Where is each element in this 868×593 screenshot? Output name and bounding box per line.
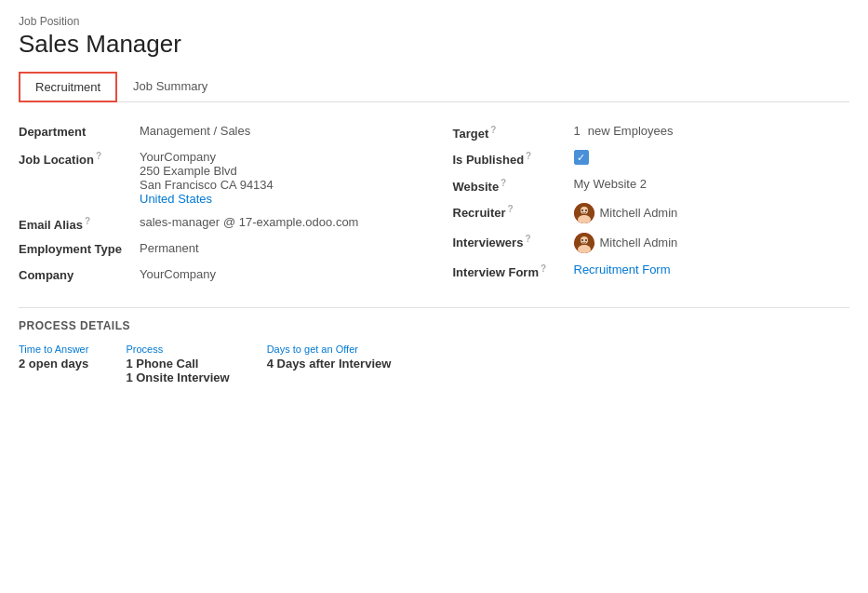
department-label: Department <box>19 124 140 139</box>
process-section: PROCESS DETAILS Time to Answer 2 open da… <box>19 319 849 384</box>
time-to-answer-item: Time to Answer 2 open days <box>19 344 88 384</box>
tab-recruitment[interactable]: Recruitment <box>19 72 117 102</box>
interviewers-value: Mitchell Admin <box>574 233 678 253</box>
page-title: Sales Manager <box>19 30 849 59</box>
employment-type-label: Employment Type <box>19 241 140 256</box>
days-offer-value: 4 Days after Interview <box>267 357 392 371</box>
recruiter-value: Mitchell Admin <box>574 203 678 223</box>
process-grid: Time to Answer 2 open days Process 1 Pho… <box>19 344 849 384</box>
svg-point-3 <box>581 209 583 211</box>
email-alias-label: Email Alias? <box>19 215 140 232</box>
left-column: Department Management / Sales Job Locati… <box>19 119 416 289</box>
time-to-answer-label: Time to Answer <box>19 344 88 355</box>
job-location-value: YourCompany 250 Example Blvd San Francis… <box>140 150 274 206</box>
section-divider <box>19 307 849 308</box>
recruiter-avatar <box>574 203 594 223</box>
tabs-container: Recruitment Job Summary <box>19 72 849 102</box>
interview-form-row: Interview Form? Recruitment Form <box>453 258 850 284</box>
interviewers-row: Interviewers? Mitchell Admin <box>453 228 850 258</box>
department-row: Department Management / Sales <box>19 119 416 145</box>
right-column: Target? 1 new Employees Is Published? ✓ … <box>453 119 850 289</box>
interviewers-name[interactable]: Mitchell Admin <box>600 236 678 249</box>
website-label: Website? <box>453 177 574 194</box>
employment-type-row: Employment Type Permanent <box>19 236 416 263</box>
job-position-label: Job Position <box>19 15 849 28</box>
is-published-checkbox[interactable]: ✓ <box>574 150 589 165</box>
svg-point-9 <box>585 239 587 241</box>
svg-point-4 <box>585 209 587 211</box>
department-value: Management / Sales <box>140 124 250 138</box>
interviewers-avatar <box>574 233 594 253</box>
email-alias-value: sales-manager @ 17-example.odoo.com <box>140 215 362 229</box>
email-local[interactable]: sales-manager <box>140 215 220 229</box>
interviewers-label: Interviewers? <box>453 233 574 249</box>
is-published-label: Is Published? <box>453 150 574 167</box>
process-title: PROCESS DETAILS <box>19 319 849 332</box>
target-value: 1 <box>574 124 581 138</box>
email-at: @ 17-example.odoo.com <box>223 215 358 229</box>
time-to-answer-value: 2 open days <box>19 357 88 371</box>
website-value[interactable]: My Website 2 <box>574 177 648 191</box>
job-location-label: Job Location? <box>19 150 140 167</box>
employment-type-value: Permanent <box>140 241 199 255</box>
days-offer-item: Days to get an Offer 4 Days after Interv… <box>267 344 392 384</box>
interview-form-value[interactable]: Recruitment Form <box>574 263 671 276</box>
target-label: Target? <box>453 124 574 141</box>
process-item: Process 1 Phone Call 1 Onsite Interview <box>126 344 229 384</box>
content-grid: Department Management / Sales Job Locati… <box>19 119 849 289</box>
email-alias-row: Email Alias? sales-manager @ 17-example.… <box>19 210 416 236</box>
svg-point-8 <box>581 239 583 241</box>
process-label: Process <box>126 344 229 355</box>
is-published-row: Is Published? ✓ <box>453 145 850 171</box>
job-location-row: Job Location? YourCompany 250 Example Bl… <box>19 145 416 210</box>
process-value-0: 1 Phone Call <box>126 357 229 371</box>
target-suffix: new Employees <box>588 124 674 138</box>
company-row: Company YourCompany <box>19 263 416 289</box>
interview-form-label: Interview Form? <box>453 263 574 279</box>
process-value-1: 1 Onsite Interview <box>126 371 229 384</box>
company-value: YourCompany <box>140 267 216 281</box>
recruiter-row: Recruiter? Mitchell Admin <box>453 198 850 228</box>
target-row: Target? 1 new Employees <box>453 119 850 145</box>
website-row: Website? My Website 2 <box>453 172 850 198</box>
process-value: 1 Phone Call 1 Onsite Interview <box>126 357 229 384</box>
recruiter-name[interactable]: Mitchell Admin <box>600 206 678 220</box>
company-label: Company <box>19 267 140 282</box>
recruiter-label: Recruiter? <box>453 203 574 220</box>
tab-job-summary[interactable]: Job Summary <box>117 72 223 102</box>
days-offer-label: Days to get an Offer <box>267 344 392 355</box>
